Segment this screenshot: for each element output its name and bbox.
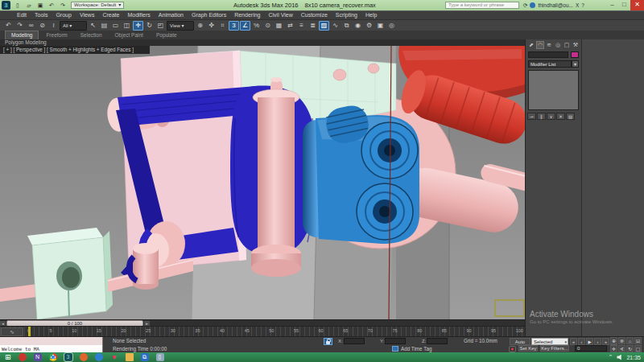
zoom-all-button[interactable]: ⊛ xyxy=(618,337,625,344)
select-and-rotate-button[interactable]: ↻ xyxy=(144,21,155,31)
maximize-viewport-toggle[interactable]: ▢ xyxy=(634,345,642,352)
curve-editor-button[interactable]: ∿ xyxy=(330,21,341,31)
select-and-move-button[interactable]: ✛ xyxy=(133,21,143,31)
reference-coordinate-system-dropdown[interactable]: View ▾ xyxy=(167,21,194,31)
qat-undo-button[interactable]: ↶ xyxy=(47,2,56,10)
ribbon-tab[interactable]: Object Paint xyxy=(109,31,149,39)
modifier-list-dropdown[interactable]: Modifier List xyxy=(528,60,572,68)
menu-item[interactable]: Graph Editors xyxy=(188,11,230,19)
time-slider-track[interactable]: ◂ 0 / 100 ▸ xyxy=(0,319,525,326)
key-filters-button[interactable]: Key Filters... xyxy=(540,345,569,352)
scene-pink-cylinder[interactable] xyxy=(251,77,301,277)
field-of-view-button[interactable]: ∢ xyxy=(618,345,625,352)
percent-snap-toggle[interactable]: % xyxy=(251,21,262,31)
pan-view-button[interactable]: ✛ xyxy=(610,345,617,352)
next-frame-button[interactable]: › xyxy=(594,338,601,345)
align-button[interactable]: ≡ xyxy=(296,21,307,31)
command-tab-hierarchy[interactable]: ≋ xyxy=(545,41,553,49)
search-input[interactable]: Type a keyword or phrase xyxy=(445,2,519,9)
zoom-extents-button[interactable]: ⌂ xyxy=(626,337,634,344)
window-crossing-toggle[interactable]: ◫ xyxy=(122,21,132,31)
user-avatar[interactable] xyxy=(530,2,535,8)
rendered-frame-window-button[interactable]: ▣ xyxy=(375,21,386,31)
rectangular-selection-region-button[interactable]: ▭ xyxy=(110,21,121,31)
menu-item[interactable]: Rendering xyxy=(230,11,264,19)
orbit-button[interactable]: ↻ xyxy=(626,345,634,352)
schematic-view-button[interactable]: ⧉ xyxy=(341,21,352,31)
viewport-label[interactable]: [ + ] [ Perspective ] [ Smooth + Highlig… xyxy=(0,46,150,54)
taskbar-icon-remote[interactable]: ⧉ xyxy=(141,353,149,361)
modifier-stack-list[interactable] xyxy=(528,70,579,110)
layer-manager-button[interactable]: ≣ xyxy=(308,21,318,31)
zoom-button[interactable]: ⊕ xyxy=(610,337,617,344)
ribbon-tab[interactable]: Freeform xyxy=(40,31,72,39)
tray-expand-icon[interactable]: ⌃ xyxy=(609,354,613,360)
maxscript-listener-output[interactable]: Welcome to MA xyxy=(0,345,103,352)
zoom-region-button[interactable]: ⊡ xyxy=(634,337,642,344)
menu-item[interactable]: Help xyxy=(361,11,381,19)
mirror-button[interactable]: ⇄ xyxy=(285,21,295,31)
taskbar-clock[interactable]: 21:35 xyxy=(626,355,641,360)
command-tab-create[interactable]: ⬈ xyxy=(527,41,535,49)
viewport-3d-scene[interactable] xyxy=(0,46,525,319)
start-button[interactable]: ⊞ xyxy=(5,352,11,362)
graphite-ribbon-toggle[interactable]: ▨ xyxy=(319,21,329,31)
qat-redo-button[interactable]: ↷ xyxy=(58,2,68,10)
keyboard-shortcut-override-toggle[interactable]: ⌗ xyxy=(217,21,228,31)
command-tab-utilities[interactable]: ⚒ xyxy=(572,41,580,49)
exchange-apps-icon[interactable]: X xyxy=(576,2,579,8)
select-object-button[interactable]: ↖ xyxy=(88,21,98,31)
undo-button[interactable]: ↶ xyxy=(3,21,14,31)
menu-item[interactable]: Edit xyxy=(13,11,31,19)
remove-modifier-button[interactable]: ✕ xyxy=(556,113,565,120)
mini-curve-editor-button[interactable]: ∿ xyxy=(1,327,23,336)
spinner-snap-toggle[interactable]: ⊙ xyxy=(262,21,273,31)
object-color-swatch[interactable] xyxy=(571,51,579,58)
angle-snap-toggle[interactable]: ∠ xyxy=(240,21,250,31)
ribbon-tab[interactable]: Modeling xyxy=(5,31,39,39)
minimize-button[interactable]: – xyxy=(606,0,618,10)
menu-item[interactable]: Civil View xyxy=(264,11,296,19)
command-tab-display[interactable]: ▢ xyxy=(563,41,571,49)
coord-z-field[interactable] xyxy=(427,338,448,344)
help-icon[interactable]: ? xyxy=(581,2,584,8)
command-tab-modify[interactable]: ◠ xyxy=(536,41,544,49)
add-time-tag-button[interactable]: Add Time Tag xyxy=(401,345,431,352)
object-name-field[interactable] xyxy=(528,51,568,58)
scene-blue-block[interactable] xyxy=(303,103,419,244)
menu-item[interactable]: Modifiers xyxy=(123,11,154,19)
select-and-scale-button[interactable]: ◰ xyxy=(155,21,166,31)
scene-mint-block[interactable] xyxy=(27,228,113,319)
ribbon-tab[interactable]: Selection xyxy=(75,31,108,39)
menu-item[interactable]: Group xyxy=(52,11,75,19)
sync-icon[interactable]: ⟳ xyxy=(523,2,527,9)
configure-modifier-sets-button[interactable]: ▤ xyxy=(566,113,575,120)
maximize-button[interactable]: □ xyxy=(618,0,630,10)
render-production-button[interactable]: ◎ xyxy=(386,21,397,31)
menu-item[interactable]: Tools xyxy=(31,11,52,19)
current-frame-field[interactable]: 0 xyxy=(575,345,607,352)
taskbar-icon-chrome[interactable] xyxy=(49,353,57,361)
select-by-name-button[interactable]: ▤ xyxy=(99,21,109,31)
taskbar-icon-folder[interactable] xyxy=(126,353,134,361)
ribbon-tab[interactable]: Populate xyxy=(151,31,183,39)
track-bar[interactable]: ∿ 05101520253035404550556065707580859095… xyxy=(0,326,525,336)
menu-item[interactable]: Customize xyxy=(297,11,332,19)
go-to-start-button[interactable]: « xyxy=(570,338,577,345)
redo-button[interactable]: ↷ xyxy=(14,21,25,31)
coord-y-field[interactable] xyxy=(385,338,406,344)
save-file-button[interactable]: ▣ xyxy=(35,2,45,10)
set-key-icon[interactable] xyxy=(509,346,516,352)
menu-item[interactable]: Views xyxy=(76,11,99,19)
use-pivot-point-center-button[interactable]: ⊕ xyxy=(195,21,205,31)
coord-x-field[interactable] xyxy=(344,338,365,344)
auto-key-button[interactable]: Auto Key xyxy=(510,338,530,345)
make-unique-button[interactable]: ∨ xyxy=(547,113,555,120)
menu-item[interactable]: Create xyxy=(98,11,123,19)
new-scene-button[interactable]: ▯ xyxy=(13,2,23,10)
show-end-result-button[interactable]: ∥ xyxy=(537,113,546,120)
bind-to-space-warp-button[interactable]: ≀ xyxy=(48,21,59,31)
close-button[interactable]: ✕ xyxy=(630,0,644,10)
taskbar-icon-3dsmax[interactable]: 3 xyxy=(64,353,72,361)
set-key-button[interactable]: Set Key xyxy=(518,345,538,352)
